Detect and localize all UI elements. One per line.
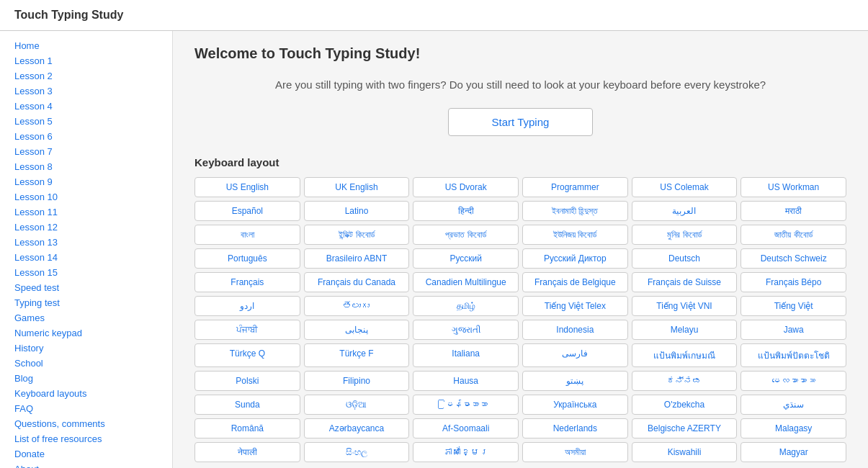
layout-button[interactable]: UK English <box>304 177 410 197</box>
sidebar-link-lesson-7[interactable]: Lesson 7 <box>0 144 172 159</box>
layout-button[interactable]: پښتو <box>522 371 628 391</box>
sidebar-link-numeric-keypad[interactable]: Numeric keypad <box>0 325 172 341</box>
layout-button[interactable]: සිංහල <box>304 442 410 462</box>
sidebar-link-lesson-15[interactable]: Lesson 15 <box>0 265 172 280</box>
layout-button[interactable]: Русский <box>413 248 519 269</box>
layout-button[interactable]: Italiana <box>413 343 519 367</box>
layout-button[interactable]: Indonesia <box>522 320 628 340</box>
sidebar-link-list-of-free-resources[interactable]: List of free resources <box>0 431 172 446</box>
layout-button[interactable]: Français de Suisse <box>632 272 738 292</box>
layout-button[interactable]: মুনির কিবোর্ড <box>632 225 738 245</box>
layout-button[interactable]: Sunda <box>194 395 300 415</box>
layout-button[interactable]: ইউনিজয় কিবোর্ড <box>522 225 628 245</box>
layout-button[interactable]: Melayu <box>632 320 738 340</box>
sidebar-link-lesson-3[interactable]: Lesson 3 <box>0 84 172 99</box>
layout-button[interactable]: Tiếng Việt <box>741 296 846 316</box>
layout-button[interactable]: سنڌي <box>741 395 846 415</box>
sidebar-link-lesson-1[interactable]: Lesson 1 <box>0 53 172 68</box>
layout-button[interactable]: US Workman <box>741 177 846 197</box>
sidebar-link-lesson-10[interactable]: Lesson 10 <box>0 189 172 204</box>
layout-button[interactable]: فارسی <box>522 343 628 367</box>
layout-button[interactable]: اردو <box>194 296 300 316</box>
layout-button[interactable]: Русский Диктор <box>522 248 628 269</box>
sidebar-link-lesson-12[interactable]: Lesson 12 <box>0 220 172 235</box>
layout-button[interactable]: ইবনামাহী হিন্দুস্ত <box>522 201 628 221</box>
sidebar-link-faq[interactable]: FAQ <box>0 401 172 416</box>
sidebar-link-questions--comments[interactable]: Questions, comments <box>0 416 172 431</box>
layout-button[interactable]: Deutsch Schweiz <box>741 248 846 269</box>
sidebar-link-lesson-5[interactable]: Lesson 5 <box>0 114 172 129</box>
layout-button[interactable]: Brasileiro ABNT <box>304 248 410 269</box>
layout-button[interactable]: Hausa <box>413 371 519 391</box>
layout-button[interactable]: Tiếng Việt Telex <box>522 296 628 316</box>
layout-button[interactable]: Nederlands <box>522 418 628 438</box>
layout-button[interactable]: Polski <box>194 371 300 391</box>
layout-button[interactable]: US Colemak <box>632 177 738 197</box>
layout-button[interactable]: ភាសាខ្មែរ <box>413 442 519 462</box>
layout-button[interactable]: Türkçe Q <box>194 343 300 367</box>
layout-button[interactable]: অসমীয়া <box>522 442 628 462</box>
layout-button[interactable]: Azərbaycanca <box>304 418 410 438</box>
layout-button[interactable]: ਪੰਜਾਬੀ <box>194 320 300 340</box>
layout-button[interactable]: Belgische AZERTY <box>632 418 738 438</box>
layout-button[interactable]: แป้นพิมพ์เกษมณี <box>632 343 738 367</box>
sidebar-link-school[interactable]: School <box>0 356 172 371</box>
layout-button[interactable]: แป้นพิมพ์ปัตตะโชติ <box>741 343 846 367</box>
layout-button[interactable]: नेपाली <box>194 442 300 462</box>
layout-button[interactable]: Français de Belgique <box>522 272 628 292</box>
layout-button[interactable]: Tiếng Việt VNI <box>632 296 738 316</box>
sidebar-link-lesson-4[interactable]: Lesson 4 <box>0 99 172 114</box>
sidebar-link-blog[interactable]: Blog <box>0 371 172 386</box>
sidebar-link-history[interactable]: History <box>0 341 172 356</box>
sidebar-link-lesson-8[interactable]: Lesson 8 <box>0 159 172 174</box>
sidebar-link-typing-test[interactable]: Typing test <box>0 295 172 310</box>
layout-button[interactable]: Magyar <box>741 442 846 462</box>
layout-button[interactable]: Canadien Multilingue <box>413 272 519 292</box>
sidebar-link-lesson-14[interactable]: Lesson 14 <box>0 250 172 265</box>
layout-button[interactable]: Programmer <box>522 177 628 197</box>
layout-button[interactable]: Malagasy <box>741 418 846 438</box>
layout-button[interactable]: Jawa <box>741 320 846 340</box>
layout-button[interactable]: প্রভাত কিবোর্ড <box>413 225 519 245</box>
layout-button[interactable]: বাংলা <box>194 225 300 245</box>
layout-button[interactable]: हिन्दी <box>413 201 519 221</box>
layout-button[interactable]: US Dvorak <box>413 177 519 197</box>
layout-button[interactable]: Português <box>194 248 300 269</box>
layout-button[interactable]: Français <box>194 272 300 292</box>
layout-button[interactable]: తెలుగు <box>304 296 410 316</box>
sidebar-link-keyboard-layouts[interactable]: Keyboard layouts <box>0 386 172 401</box>
layout-button[interactable]: မြန်မာဘာသာ <box>413 395 519 415</box>
layout-button[interactable]: Română <box>194 418 300 438</box>
layout-button[interactable]: জাতীয় কীবোর্ড <box>741 225 846 245</box>
sidebar-link-lesson-6[interactable]: Lesson 6 <box>0 129 172 144</box>
sidebar-link-lesson-11[interactable]: Lesson 11 <box>0 204 172 220</box>
layout-button[interactable]: Türkçe F <box>304 343 410 367</box>
sidebar-link-lesson-9[interactable]: Lesson 9 <box>0 174 172 189</box>
layout-button[interactable]: ଓଡ଼ିଆ <box>304 395 410 415</box>
layout-button[interactable]: Kiswahili <box>632 442 738 462</box>
sidebar-link-about[interactable]: About <box>0 462 172 468</box>
layout-button[interactable]: Español <box>194 201 300 221</box>
layout-button[interactable]: Français Bépo <box>741 272 846 292</box>
layout-button[interactable]: မလေဿာဿာဿ <box>741 371 846 391</box>
start-typing-button[interactable]: Start Typing <box>448 108 594 136</box>
layout-button[interactable]: ইন্ডিক্ট কিবোর্ড <box>304 225 410 245</box>
layout-button[interactable]: Français du Canada <box>304 272 410 292</box>
layout-button[interactable]: Deutsch <box>632 248 738 269</box>
layout-button[interactable]: Filipino <box>304 371 410 391</box>
layout-button[interactable]: O'zbekcha <box>632 395 738 415</box>
layout-button[interactable]: मराठी <box>741 201 846 221</box>
sidebar-link-games[interactable]: Games <box>0 310 172 325</box>
layout-button[interactable]: پنجابی <box>304 320 410 340</box>
layout-button[interactable]: Latino <box>304 201 410 221</box>
layout-button[interactable]: ગુજરાતી <box>413 320 519 340</box>
sidebar-link-lesson-13[interactable]: Lesson 13 <box>0 235 172 250</box>
layout-button[interactable]: Af-Soomaali <box>413 418 519 438</box>
sidebar-link-home[interactable]: Home <box>0 38 172 53</box>
sidebar-link-lesson-2[interactable]: Lesson 2 <box>0 68 172 84</box>
layout-button[interactable]: Українська <box>522 395 628 415</box>
sidebar-link-donate[interactable]: Donate <box>0 446 172 462</box>
layout-button[interactable]: العربية <box>632 201 738 221</box>
layout-button[interactable]: ಕನ್ನಡ <box>632 371 738 391</box>
layout-button[interactable]: தமிழ் <box>413 296 519 316</box>
